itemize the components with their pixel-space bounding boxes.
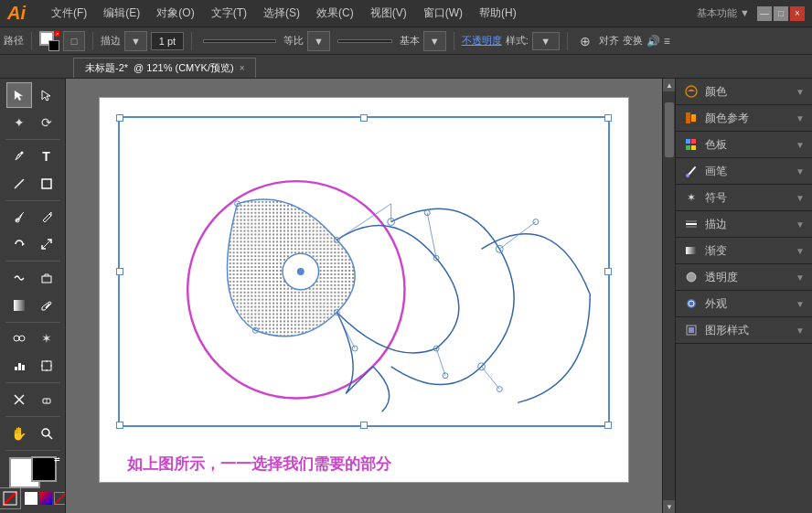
stroke-color-swatch[interactable]: ↗ [39,31,59,51]
fill-none-square[interactable] [54,492,67,505]
scroll-thumb[interactable] [665,102,674,157]
scroll-up-button[interactable]: ▲ [663,79,676,91]
transform-tool[interactable] [34,265,59,291]
menu-object[interactable]: 对象(O) [149,4,201,23]
handle-bot-left[interactable] [116,422,123,429]
background-color[interactable] [31,456,57,482]
handle-bot-right[interactable] [604,422,612,429]
menu-help[interactable]: 帮助(H) [472,4,524,23]
swatches-label: 色板 [705,137,727,153]
appearance-expand[interactable]: ▼ [796,299,805,309]
warp-tool[interactable] [6,265,32,291]
zoom-tool[interactable] [34,421,59,446]
stroke-expand[interactable]: ▼ [796,219,805,230]
color-ref-expand[interactable]: ▼ [796,113,805,123]
handle-top-left[interactable] [116,114,123,122]
chart-tool[interactable] [6,353,32,379]
opacity-expand[interactable]: ▼ [796,273,805,283]
stroke-width-input[interactable] [151,32,184,50]
select-tool[interactable] [6,82,32,108]
style-button[interactable]: ▼ [532,32,560,50]
brush-expand[interactable]: ▼ [796,166,805,176]
color-icon [683,83,700,100]
artboard-tool[interactable] [34,353,59,379]
menu-view[interactable]: 视图(V) [363,4,414,23]
maximize-button[interactable]: □ [774,6,788,21]
tab-close-button[interactable]: × [240,63,245,73]
close-button[interactable]: × [790,6,805,21]
menu-edit[interactable]: 编辑(E) [96,4,147,23]
handle-top-mid[interactable] [360,114,368,122]
stroke-style-dropdown[interactable]: ▼ [307,31,330,51]
toolbar-speaker-button[interactable]: 🔊 [646,35,660,48]
pen-tool[interactable] [6,144,32,169]
document-tab[interactable]: 未标题-2* @ 121% (CMYK/预览) × [73,58,256,78]
paintbrush-tool[interactable] [6,204,32,230]
fill-color-square[interactable] [25,492,37,505]
handle-bot-mid[interactable] [360,422,368,429]
direct-select-tool[interactable] [34,82,59,108]
gradient-expand[interactable]: ▼ [796,246,805,256]
swatches-icon [683,136,700,153]
panel-row-symbol[interactable]: ✶ 符号 ▼ [676,185,812,210]
menu-select[interactable]: 选择(S) [256,4,307,23]
menu-file[interactable]: 文件(F) [44,4,94,23]
stroke-dropdown[interactable]: ▼ [124,31,147,51]
handle-top-right[interactable] [604,114,612,122]
panel-row-graphic-style[interactable]: 图形样式 ▼ [676,317,812,343]
panel-gradient-section: 渐变 ▼ [676,238,812,264]
pencil-tool[interactable] [34,204,59,230]
color-expand[interactable]: ▼ [796,87,805,97]
panel-row-color-ref[interactable]: 颜色参考 ▼ [676,105,812,131]
gradient-tool[interactable] [6,293,32,318]
hand-tool[interactable]: ✋ [6,421,32,446]
menu-window[interactable]: 窗口(W) [416,4,470,23]
tool-row-1 [6,82,59,108]
handle-mid-right[interactable] [604,268,612,275]
scroll-down-button[interactable]: ▼ [663,500,676,513]
graphic-style-label: 图形样式 [705,323,749,338]
panel-row-stroke[interactable]: 描边 ▼ [676,211,812,237]
swatches-expand[interactable]: ▼ [796,140,805,150]
stroke-preset-dropdown[interactable]: ▼ [423,31,446,51]
symbol-expand[interactable]: ▼ [796,193,805,203]
color-selector[interactable]: ⇌ [9,457,57,482]
rotate-tool[interactable] [6,231,32,257]
toolbar: 路径 ↗ □ 描边 ▼ 等比 ▼ 基本 ▼ 不透明度 样式: ▼ ⊕ 对齐 变换… [0,27,812,55]
appearance-icon [683,295,700,312]
opacity-link[interactable]: 不透明度 [462,34,502,48]
fill-gradient-square[interactable] [39,492,52,505]
menu-type[interactable]: 文字(T) [204,4,254,23]
canvas-scroll[interactable]: 如上图所示，一一选择我们需要的部分 [66,79,662,513]
globe-button[interactable]: ⊕ [575,31,595,51]
handle-mid-left[interactable] [116,268,123,275]
workspace-selector[interactable]: 基本功能 ▼ [697,6,750,20]
panel-row-swatches[interactable]: 色板 ▼ [676,132,812,157]
graphic-style-expand[interactable]: ▼ [796,326,805,336]
fill-none-icon[interactable] [0,487,21,509]
panel-row-opacity[interactable]: 透明度 ▼ [676,264,812,290]
stroke-options-button[interactable]: □ [63,31,85,51]
slice-tool[interactable] [6,387,32,412]
symbol-sprayer-tool[interactable]: ✶ [34,326,59,351]
eraser-tool[interactable] [34,387,59,412]
blend-tool[interactable] [6,326,32,351]
stroke-section-label: 描边 [705,217,727,232]
scale-tool[interactable] [34,231,59,257]
toolbar-more-button[interactable]: ≡ [664,35,670,48]
scroll-track[interactable] [663,91,675,500]
lasso-tool[interactable]: ⟳ [34,110,59,135]
magic-wand-tool[interactable]: ✦ [6,110,32,135]
line-tool[interactable] [6,171,32,197]
eyedropper-tool[interactable] [34,293,59,318]
menu-effect[interactable]: 效果(C) [309,4,361,23]
type-tool[interactable]: T [34,144,59,169]
panel-row-color[interactable]: 颜色 ▼ [676,79,812,104]
panel-row-gradient[interactable]: 渐变 ▼ [676,238,812,263]
minimize-button[interactable]: — [757,6,772,21]
panel-row-brush[interactable]: 画笔 ▼ [676,158,812,184]
toolbar-align-label: 对齐 [599,34,619,48]
swap-colors-icon[interactable]: ⇌ [54,455,60,464]
shape-tool[interactable] [34,171,59,197]
panel-row-appearance[interactable]: 外观 ▼ [676,291,812,316]
